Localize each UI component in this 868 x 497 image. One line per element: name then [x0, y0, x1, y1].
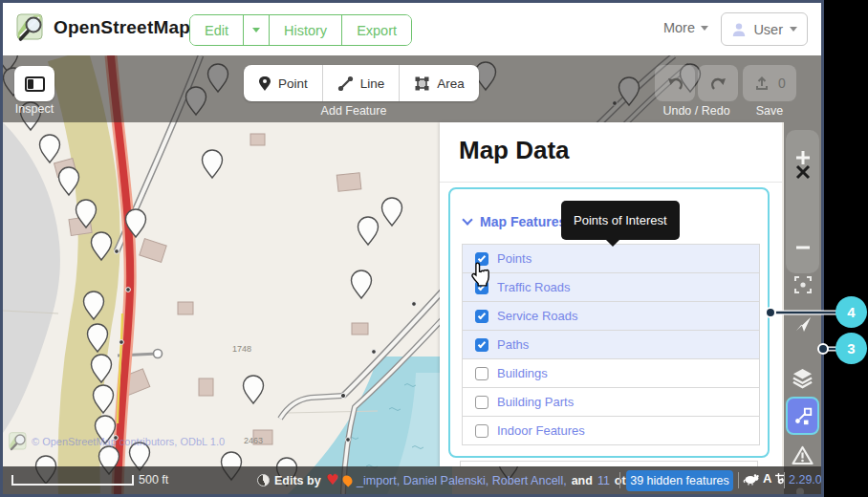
more-menu[interactable]: More: [663, 20, 708, 35]
feature-checkbox[interactable]: [475, 338, 488, 352]
edit-button[interactable]: Edit: [190, 15, 244, 45]
feature-row-service-roads[interactable]: Service Roads: [462, 301, 760, 331]
house-number: 1748: [232, 344, 251, 354]
step-badge-3: 3: [835, 333, 867, 364]
bug-rat-icon: [743, 472, 760, 486]
locate-arrow-icon: [794, 315, 812, 333]
edits-attribution: Edits by ♥ _import, Daniel Palenski, Rob…: [274, 473, 651, 487]
mouse-cursor: [469, 261, 490, 292]
brand-name: OpenStreetMap: [54, 17, 190, 38]
map-controls-rail: ?: [784, 122, 821, 494]
caret-down-icon: [701, 26, 708, 31]
contributor-links[interactable]: _import, Daniel Palenski, Robert Ancell,: [357, 474, 567, 487]
edit-toolbar: Inspect Point Line: [3, 55, 821, 122]
feature-row-building-parts[interactable]: Building Parts: [462, 387, 760, 417]
geolocate-button[interactable]: [784, 315, 821, 333]
feature-checkbox[interactable]: [475, 396, 488, 409]
openstreetmap-logo-icon: [9, 432, 28, 451]
feature-label: Paths: [497, 337, 529, 352]
caret-down-icon: [790, 27, 797, 32]
history-clock-icon: [257, 474, 270, 486]
feature-row-points[interactable]: Points: [462, 244, 760, 273]
add-point-button[interactable]: Point: [244, 65, 323, 101]
feature-row-indoor-features[interactable]: Indoor Features: [462, 416, 760, 445]
site-header: OpenStreetMap Edit History Export More U…: [3, 3, 821, 55]
map-canvas[interactable]: 1748 2463 © OpenStreetMap contributors, …: [3, 55, 821, 494]
nav-button-group: Edit History Export: [189, 14, 412, 46]
add-feature-group: Point Line: [244, 65, 479, 101]
caret-down-icon: [252, 28, 260, 32]
openstreetmap-logo-icon: [16, 13, 45, 42]
scale-bar: [11, 475, 134, 486]
undo-button[interactable]: [655, 65, 695, 101]
feature-row-paths[interactable]: Paths: [462, 330, 760, 359]
background-settings-button[interactable]: [784, 367, 821, 389]
export-button[interactable]: Export: [342, 15, 411, 45]
screenshot-root: OpenStreetMap Edit History Export More U…: [0, 0, 868, 497]
step-badge-4: 4: [835, 296, 867, 328]
save-button[interactable]: 0: [743, 65, 796, 101]
add-line-button[interactable]: Line: [323, 65, 401, 101]
version-link[interactable]: 2.29.0: [789, 473, 821, 486]
feature-label: Building Parts: [497, 395, 574, 409]
map-attribution: © OpenStreetMap contributors, ODbL 1.0: [9, 432, 225, 451]
chevron-down-icon: [462, 214, 472, 225]
divider: [619, 472, 620, 488]
map-data-icon: [792, 405, 814, 426]
history-button[interactable]: History: [270, 15, 342, 45]
feature-label: Traffic Roads: [497, 280, 571, 294]
zoom-to-selection-button[interactable]: [784, 275, 821, 294]
map-features-toggle[interactable]: Map Features: [464, 214, 566, 229]
feature-checkbox[interactable]: [475, 424, 488, 438]
feature-list: PointsTraffic RoadsService RoadsPathsBui…: [462, 245, 760, 445]
divider: [784, 472, 785, 488]
house-number: 2463: [244, 436, 263, 445]
heart-icon: ♥: [326, 473, 338, 487]
minus-icon: [794, 245, 812, 250]
layers-icon: [792, 367, 814, 389]
tooltip: Points of Interest: [561, 201, 680, 240]
edits-by-label: Edits by: [274, 474, 321, 487]
feature-label: Service Roads: [497, 309, 578, 323]
add-area-button[interactable]: Area: [400, 65, 479, 101]
edit-dropdown-caret[interactable]: [244, 15, 270, 45]
undo-icon: [666, 76, 684, 92]
report-issue-links[interactable]: A: [743, 471, 785, 486]
point-icon: [258, 76, 271, 92]
hidden-features-button[interactable]: 39 hidden features: [626, 470, 733, 491]
inspect-toggle-button[interactable]: [14, 66, 54, 101]
map-data-button[interactable]: [786, 397, 819, 435]
feature-checkbox[interactable]: [475, 310, 488, 323]
feature-label: Points: [497, 251, 532, 266]
avatar-icon: [731, 22, 747, 37]
user-menu-button[interactable]: User: [721, 12, 808, 46]
redo-icon: [709, 76, 727, 92]
zoom-out-button[interactable]: [784, 245, 821, 250]
feature-label: Buildings: [497, 366, 548, 380]
divider: [440, 182, 782, 183]
feature-row-buildings[interactable]: Buildings: [462, 358, 760, 388]
map-data-panel: Map Data Map Features PointsTraffic Road…: [440, 122, 782, 466]
upload-icon: [753, 75, 770, 92]
flame-icon: [341, 473, 355, 486]
issues-button[interactable]: [784, 445, 821, 465]
add-feature-label: Add Feature: [272, 104, 435, 118]
line-icon: [337, 76, 354, 92]
feature-row-traffic-roads[interactable]: Traffic Roads: [462, 272, 760, 302]
user-label: User: [753, 22, 783, 37]
inspect-label: Inspect: [3, 102, 66, 116]
feature-label: Indoor Features: [497, 423, 585, 438]
others-count-link[interactable]: 11: [597, 474, 610, 487]
panel-title: Map Data: [459, 136, 570, 165]
frame-icon: [793, 275, 813, 294]
brand[interactable]: OpenStreetMap: [16, 13, 190, 42]
translate-icon: A: [763, 471, 771, 486]
map-cross-marker-icon: [784, 164, 821, 180]
sidebar-toggle-icon: [25, 76, 45, 92]
divider: [738, 472, 739, 488]
redo-button[interactable]: [698, 65, 738, 101]
area-icon: [414, 76, 430, 92]
feature-checkbox[interactable]: [475, 367, 488, 380]
browser-window: OpenStreetMap Edit History Export More U…: [0, 0, 824, 497]
scale-label: 500 ft: [139, 473, 168, 486]
